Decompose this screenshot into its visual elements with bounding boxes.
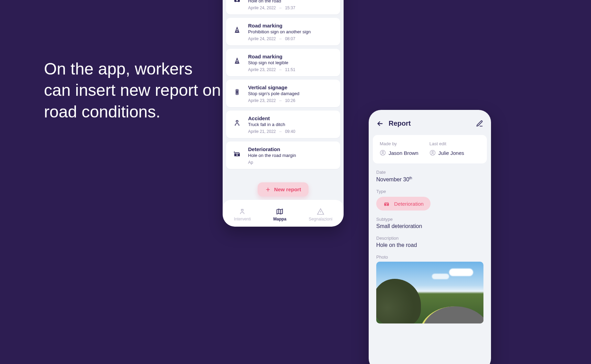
report-card[interactable]: AccidentTruck fall in a ditchAprile 21, … bbox=[226, 111, 340, 138]
cone-icon bbox=[231, 24, 243, 36]
worker-icon bbox=[238, 208, 246, 215]
page-title: Report bbox=[389, 120, 411, 127]
svg-point-14 bbox=[385, 204, 386, 205]
car-icon bbox=[383, 200, 390, 207]
report-title: Vertical signage bbox=[248, 84, 335, 90]
report-card[interactable]: Vertical signageStop sign's pole damaged… bbox=[226, 80, 340, 107]
description-field: Description Hole on the road bbox=[376, 236, 483, 248]
map-icon bbox=[276, 208, 283, 215]
marketing-headline: On the app, workers can insert new repor… bbox=[44, 58, 223, 123]
person-icon bbox=[231, 117, 243, 129]
last-edit-value: Julie Jones bbox=[438, 150, 464, 156]
field-label: Photo bbox=[376, 254, 483, 260]
user-icon bbox=[430, 150, 436, 156]
nav-label: Interventi bbox=[234, 217, 251, 221]
subtype-field: Subtype Small deterioration bbox=[376, 217, 483, 229]
traffic-light-icon bbox=[231, 86, 243, 98]
last-edit-block: Last edit Julie Jones bbox=[430, 141, 464, 156]
svg-point-11 bbox=[382, 151, 384, 153]
svg-point-5 bbox=[237, 93, 238, 94]
back-arrow-icon[interactable] bbox=[376, 120, 384, 127]
field-label: Date bbox=[376, 170, 483, 175]
type-badge[interactable]: Deterioration bbox=[376, 197, 431, 211]
plus-icon bbox=[265, 187, 271, 192]
warning-icon bbox=[317, 208, 324, 215]
report-subtitle: Truck fall in a ditch bbox=[248, 122, 335, 127]
made-by-label: Made by bbox=[380, 141, 419, 146]
phone-report-detail: Report Made by Jason Brown Last edit Jul… bbox=[369, 110, 491, 364]
nav-segnalazioni[interactable]: Segnalazioni bbox=[309, 208, 333, 221]
report-meta: Aprile 23, 2022–11:51 bbox=[248, 67, 335, 72]
field-value: November 30th bbox=[376, 176, 483, 183]
svg-point-4 bbox=[237, 92, 238, 93]
user-icon bbox=[380, 150, 386, 156]
detail-header: Report bbox=[369, 110, 491, 135]
new-report-button[interactable]: New report bbox=[258, 182, 309, 196]
nav-label: Segnalazioni bbox=[309, 217, 333, 221]
svg-point-15 bbox=[388, 204, 388, 205]
report-title: Accident bbox=[248, 115, 335, 121]
report-card[interactable]: Road markingProhibition sign on another … bbox=[226, 18, 340, 45]
phone-reports-list: DeteriorationHole on the roadAprile 24, … bbox=[223, 0, 344, 227]
new-report-label: New report bbox=[274, 186, 301, 192]
report-subtitle: Prohibition sign on another sign bbox=[248, 29, 335, 34]
field-label: Subtype bbox=[376, 217, 483, 222]
date-field: Date November 30th bbox=[376, 170, 483, 183]
car-damage-icon bbox=[231, 148, 243, 160]
report-card[interactable]: DeteriorationHole on the road marginAp bbox=[226, 141, 340, 169]
field-label: Description bbox=[376, 236, 483, 241]
type-value: Deterioration bbox=[394, 201, 424, 207]
report-meta: Ap bbox=[248, 160, 335, 165]
bottom-nav: Interventi Mappa Segnalazioni bbox=[223, 200, 344, 227]
report-meta: Aprile 21, 2022–09:40 bbox=[248, 129, 335, 134]
detail-fields: Date November 30th Type Deterioration Su… bbox=[369, 163, 491, 323]
svg-point-0 bbox=[235, 0, 236, 1]
report-meta: Aprile 23, 2022–10:26 bbox=[248, 98, 335, 103]
field-label: Type bbox=[376, 189, 483, 194]
type-field: Type Deterioration bbox=[376, 189, 483, 211]
report-card[interactable]: DeteriorationHole on the roadAprile 24, … bbox=[226, 0, 340, 14]
cone-icon bbox=[231, 55, 243, 67]
svg-point-1 bbox=[238, 0, 239, 1]
report-card[interactable]: Road markingStop sign not legibleAprile … bbox=[226, 49, 340, 76]
edit-icon[interactable] bbox=[476, 120, 483, 127]
report-meta: Aprile 24, 2022–15:37 bbox=[248, 5, 335, 10]
svg-point-8 bbox=[238, 155, 239, 156]
attribution-card: Made by Jason Brown Last edit Julie Jone… bbox=[373, 135, 487, 163]
nav-mappa[interactable]: Mappa bbox=[273, 208, 286, 221]
photo-field: Photo bbox=[376, 254, 483, 323]
made-by-value: Jason Brown bbox=[389, 150, 419, 156]
report-subtitle: Stop sign's pole damaged bbox=[248, 91, 335, 96]
report-photo[interactable] bbox=[376, 262, 483, 323]
report-subtitle: Stop sign not legible bbox=[248, 60, 335, 65]
svg-point-7 bbox=[235, 155, 236, 156]
svg-point-3 bbox=[237, 90, 238, 91]
report-title: Road marking bbox=[248, 54, 335, 59]
last-edit-label: Last edit bbox=[430, 141, 464, 146]
svg-point-6 bbox=[236, 121, 238, 123]
nav-interventi[interactable]: Interventi bbox=[234, 208, 251, 221]
field-value: Small deterioration bbox=[376, 223, 483, 229]
report-title: Deterioration bbox=[248, 146, 335, 152]
nav-label: Mappa bbox=[273, 217, 286, 221]
report-title: Road marking bbox=[248, 23, 335, 29]
car-icon bbox=[231, 0, 243, 5]
report-meta: Aprile 24, 2022–08:07 bbox=[248, 36, 335, 41]
made-by-block: Made by Jason Brown bbox=[380, 141, 419, 156]
report-subtitle: Hole on the road bbox=[248, 0, 335, 3]
field-value: Hole on the road bbox=[376, 242, 483, 248]
svg-point-13 bbox=[432, 151, 433, 153]
report-subtitle: Hole on the road margin bbox=[248, 153, 335, 158]
